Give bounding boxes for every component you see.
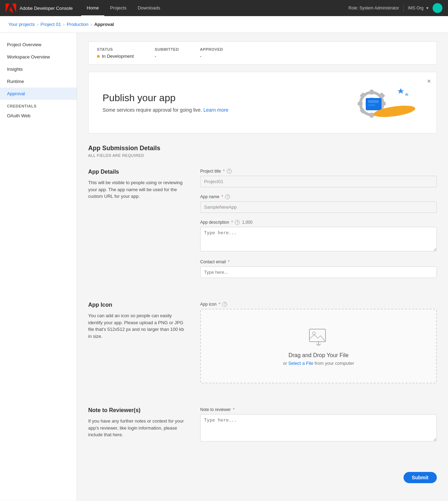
app-icon-heading: App Icon: [88, 302, 186, 308]
app-name-input: [200, 201, 437, 213]
svg-rect-16: [309, 329, 326, 342]
nav-org-selector[interactable]: IMS Org: [408, 6, 428, 11]
app-name-field: App name * ?: [200, 194, 437, 213]
breadcrumb: Your projects › Project 01 › Production …: [0, 16, 448, 33]
approved-label: APPROVED: [200, 47, 223, 51]
svg-point-17: [313, 332, 315, 335]
note-to-reviewers-left: Note to Reviewer(s) If you have any furt…: [88, 407, 186, 450]
submitted-value: -: [155, 54, 179, 59]
note-to-reviewers-right: Note to reviewer *: [200, 407, 437, 450]
nav-role: Role: System Administrator: [349, 6, 399, 11]
svg-rect-5: [381, 102, 386, 105]
contact-email-input[interactable]: [200, 266, 437, 278]
status-label: STATUS: [97, 47, 134, 51]
banner-text: Publish your app Some services require a…: [103, 92, 229, 113]
sidebar-item-workspace-overview[interactable]: Workspace Overview: [0, 51, 77, 63]
app-icon-required: *: [219, 302, 220, 307]
app-icon-field: App icon * ?: [200, 302, 437, 383]
app-name-info-icon[interactable]: ?: [225, 194, 230, 199]
approved-value: -: [200, 54, 223, 59]
note-to-reviewer-required: *: [233, 407, 234, 412]
breadcrumb-production[interactable]: Production: [67, 22, 89, 27]
svg-rect-4: [358, 102, 363, 105]
dropzone-image-icon: [209, 326, 428, 347]
banner-learn-more-link[interactable]: Learn more: [203, 107, 229, 113]
sidebar-item-runtime[interactable]: Runtime: [0, 75, 77, 88]
sidebar: Project Overview Workspace Overview Insi…: [0, 33, 77, 501]
project-title-required: *: [223, 169, 225, 174]
svg-marker-14: [398, 88, 404, 94]
nav-projects[interactable]: Projects: [104, 0, 132, 16]
dropzone-sub: or Select a File from your computer: [209, 361, 428, 366]
top-nav: Adobe Developer Console Home Projects Do…: [0, 0, 448, 16]
main-layout: Project Overview Workspace Overview Insi…: [0, 33, 448, 501]
banner-title: Publish your app: [103, 92, 229, 104]
app-icon-info-icon[interactable]: ?: [222, 302, 227, 307]
svg-rect-10: [366, 98, 382, 110]
app-details-right: Project title * ? App name * ?: [200, 169, 437, 285]
publish-banner: Publish your app Some services require a…: [88, 72, 437, 133]
project-title-info-icon[interactable]: ?: [227, 169, 232, 174]
submit-button[interactable]: Submit: [404, 472, 437, 483]
app-icon-row: App Icon You can add an icon so people c…: [88, 302, 437, 390]
status-col-approved: APPROVED -: [200, 47, 223, 59]
sidebar-item-approval[interactable]: Approval: [0, 88, 77, 100]
note-to-reviewer-label: Note to reviewer *: [200, 407, 437, 412]
select-file-link[interactable]: Select a File: [288, 361, 314, 366]
app-description-char-count: 1,000: [242, 220, 252, 225]
banner-close-button[interactable]: ×: [427, 78, 431, 85]
sidebar-item-oauth-web[interactable]: OAuth Web: [0, 110, 77, 122]
app-description-input[interactable]: [200, 227, 437, 251]
breadcrumb-project-01[interactable]: Project 01: [41, 22, 61, 27]
nav-downloads[interactable]: Downloads: [132, 0, 166, 16]
svg-marker-15: [405, 92, 409, 96]
app-icon-dropzone[interactable]: Drag and Drop Your File or Select a File…: [200, 309, 437, 383]
app-icon-right: App icon * ?: [200, 302, 437, 390]
breadcrumb-sep-1: ›: [37, 22, 38, 27]
svg-rect-6: [360, 92, 366, 98]
note-to-reviewers-row: Note to Reviewer(s) If you have any furt…: [88, 407, 437, 450]
breadcrumb-your-projects[interactable]: Your projects: [8, 22, 35, 27]
status-dot-icon: [97, 55, 100, 58]
project-title-field: Project title * ?: [200, 169, 437, 187]
sidebar-item-project-overview[interactable]: Project Overview: [0, 39, 77, 51]
form-section-title: App Submission Details: [88, 145, 437, 152]
status-col-status: STATUS In Development: [97, 47, 134, 59]
svg-rect-2: [370, 90, 373, 95]
project-title-input: [200, 176, 437, 187]
form-actions: Submit: [88, 466, 437, 483]
contact-email-label: Contact email *: [200, 259, 437, 264]
nav-divider: [403, 5, 404, 12]
nav-home[interactable]: Home: [81, 0, 105, 16]
status-col-submitted: SUBMITTED -: [155, 47, 179, 59]
svg-rect-11: [368, 100, 379, 103]
adobe-logo-icon: [6, 4, 16, 13]
sidebar-item-insights[interactable]: Insights: [0, 63, 77, 75]
app-details-left: App Details This will be visible to peop…: [88, 169, 186, 285]
project-title-label: Project title * ?: [200, 169, 437, 174]
avatar[interactable]: [433, 3, 442, 13]
banner-illustration: [345, 83, 422, 122]
nav-links: Home Projects Downloads: [81, 0, 349, 16]
svg-rect-12: [368, 104, 375, 106]
breadcrumb-sep-2: ›: [63, 22, 64, 27]
note-to-reviewers-description: If you have any further notes or context…: [88, 418, 186, 438]
contact-email-required: *: [228, 259, 230, 264]
status-value: In Development: [97, 54, 134, 59]
sidebar-credentials-label: CREDENTIALS: [0, 100, 77, 110]
dropzone-text: Drag and Drop Your File: [209, 352, 428, 359]
app-name-label: App name * ?: [200, 194, 437, 199]
submitted-label: SUBMITTED: [155, 47, 179, 51]
app-name-required: *: [222, 194, 223, 199]
app-description-info-icon[interactable]: ?: [235, 220, 240, 225]
breadcrumb-approval: Approval: [94, 22, 114, 27]
app-details-row: App Details This will be visible to peop…: [88, 169, 437, 285]
note-to-reviewers-heading: Note to Reviewer(s): [88, 407, 186, 413]
app-icon-left: App Icon You can add an icon so people c…: [88, 302, 186, 390]
main-content: STATUS In Development SUBMITTED - APPROV…: [77, 33, 448, 501]
app-description-field: App description * ? 1,000: [200, 220, 437, 252]
nav-right: Role: System Administrator IMS Org: [349, 3, 442, 13]
note-to-reviewer-input[interactable]: [200, 414, 437, 441]
app-details-heading: App Details: [88, 169, 186, 175]
status-row: STATUS In Development SUBMITTED - APPROV…: [88, 41, 437, 65]
